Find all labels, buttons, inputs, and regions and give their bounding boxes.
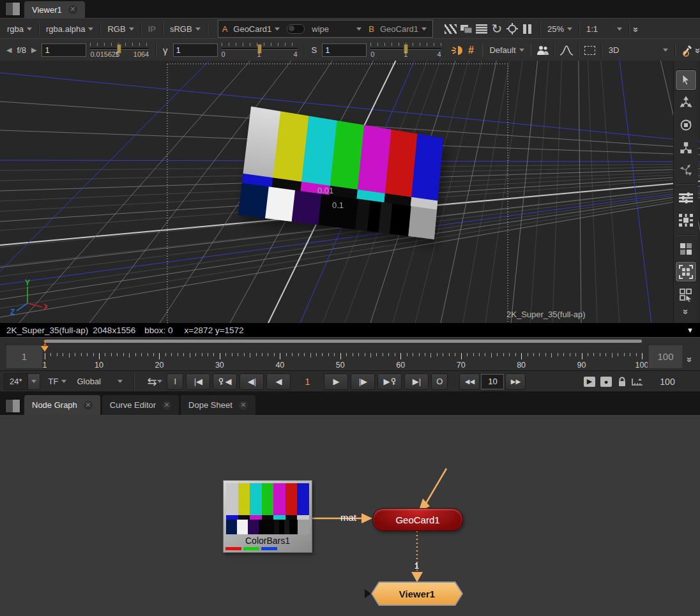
current-frame-field[interactable]: 1 xyxy=(292,377,323,387)
prev-fstop-icon[interactable]: ◀ xyxy=(6,46,11,54)
close-icon[interactable]: ✕ xyxy=(239,401,248,410)
viewer-lut-dropdown[interactable]: sRGB xyxy=(168,24,202,34)
step-forward-button[interactable]: |▶ xyxy=(351,373,375,390)
range-end-field[interactable]: 100 xyxy=(648,343,683,369)
tab-node-graph[interactable]: Node Graph ✕ xyxy=(24,395,100,415)
nodegraph-canvas[interactable]: mat 1 ColorBars1 GeoCard1 Viewer1 xyxy=(0,415,700,616)
alpha-layer-dropdown[interactable]: rgba.alpha xyxy=(44,24,95,34)
frame-step-field[interactable]: 10 xyxy=(481,374,504,389)
view-mode-dropdown[interactable]: 3D xyxy=(607,45,671,55)
layer-dropdown[interactable]: rgba xyxy=(5,24,34,34)
gain-slider[interactable]: 0.01562511064 xyxy=(90,43,149,58)
timeline-scrollbar[interactable] xyxy=(45,340,642,343)
goto-end-button[interactable]: ▶| xyxy=(404,373,429,390)
select-tool-button[interactable] xyxy=(676,70,696,90)
flipbook-render-icon[interactable]: ▶ xyxy=(584,377,595,387)
roi-target-icon[interactable] xyxy=(505,22,520,36)
close-icon[interactable]: ✕ xyxy=(68,5,77,14)
tab-curve-editor[interactable]: Curve Editor ✕ xyxy=(102,395,179,415)
divider xyxy=(540,22,541,35)
record-icon[interactable]: ● xyxy=(600,377,612,387)
jump-forward-button[interactable]: ▶▶ xyxy=(505,373,526,390)
frame-selected-button[interactable] xyxy=(676,211,696,230)
goto-start-button[interactable]: |◀ xyxy=(186,373,210,390)
step-back-button[interactable]: ◀| xyxy=(240,373,264,390)
color-sample-eyedropper-icon[interactable]: ! xyxy=(680,43,693,57)
prev-keyframe-button[interactable]: ◀ xyxy=(213,373,237,390)
input-process-button[interactable]: IP xyxy=(146,24,158,34)
saturation-slider[interactable]: 014 xyxy=(370,43,441,58)
grid-toggle-icon[interactable]: # xyxy=(464,43,477,57)
pause-icon[interactable] xyxy=(520,22,535,36)
display-sliders-button[interactable] xyxy=(676,189,696,207)
divider xyxy=(579,22,580,35)
roi-dashed-box-icon[interactable] xyxy=(584,43,597,57)
out-point-button[interactable]: O xyxy=(431,373,448,390)
range-start-field[interactable]: 1 xyxy=(5,343,43,369)
gain-field[interactable]: 1 xyxy=(42,43,86,57)
viewport-expand-icon[interactable]: » xyxy=(681,309,692,313)
green-channel-strip xyxy=(243,547,259,550)
tab-viewer1[interactable]: Viewer1 ✕ xyxy=(24,1,85,18)
headlamp-light-icon[interactable] xyxy=(452,43,464,57)
ab-compare-group: A GeoCard1 wipe B GeoCard1 xyxy=(218,20,433,38)
tab-label: Curve Editor xyxy=(110,400,156,410)
timeline-ruler[interactable]: 11020304050607080901001 xyxy=(45,344,642,370)
timeline-range-dropdown[interactable]: TF xyxy=(47,377,69,386)
monitor-output-icon[interactable] xyxy=(459,22,474,36)
layout-locked-view-button[interactable] xyxy=(676,262,696,282)
memory-gauge-icon[interactable] xyxy=(630,375,645,389)
viewer-3d-viewport[interactable]: 0.01 0.1 Y X Z 2K_Super_35(full-ap) xyxy=(0,61,700,323)
playhead[interactable]: 1 xyxy=(41,340,49,352)
divider xyxy=(676,183,696,184)
saturation-field[interactable]: 1 xyxy=(322,43,367,57)
playback-loop-icon[interactable]: ⇆ xyxy=(144,375,165,389)
wipe-mode-dropdown[interactable]: wipe xyxy=(310,24,363,34)
layout-single-view-button[interactable] xyxy=(676,240,696,259)
tab-dope-sheet[interactable]: Dope Sheet ✕ xyxy=(181,395,255,415)
a-input-dropdown[interactable]: GeoCard1 xyxy=(231,24,282,34)
translate-tool-button[interactable] xyxy=(676,94,696,112)
occlusion-people-icon[interactable] xyxy=(536,43,549,57)
playback-range-end[interactable]: 100 xyxy=(645,377,690,387)
gamma-field[interactable]: 1 xyxy=(173,43,218,57)
refresh-icon[interactable]: ↻ xyxy=(489,22,505,36)
layout-follow-cursor-button[interactable] xyxy=(676,285,696,304)
jump-back-button[interactable]: ◀◀ xyxy=(459,373,480,390)
close-icon[interactable]: ✕ xyxy=(162,401,171,410)
channel-display-dropdown[interactable]: RGB xyxy=(105,24,135,34)
panel-split-icon[interactable] xyxy=(5,2,20,16)
lut-mode-dropdown[interactable]: Default xyxy=(487,45,526,55)
layers-icon[interactable] xyxy=(474,22,489,36)
play-backward-button[interactable]: ◀ xyxy=(266,373,291,390)
lock-range-icon[interactable] xyxy=(614,375,630,389)
frame-range-dropdown[interactable]: Global xyxy=(75,377,125,386)
fps-dropdown[interactable]: 24* xyxy=(4,373,40,390)
divider xyxy=(628,22,630,35)
checkerboard-icon[interactable] xyxy=(443,22,459,36)
gamma-curve-icon[interactable] xyxy=(559,43,574,57)
gamma-slider[interactable]: 014 xyxy=(222,43,298,58)
divider xyxy=(304,44,305,57)
play-forward-button[interactable]: ▶ xyxy=(324,373,348,390)
scale-tool-button[interactable] xyxy=(676,138,696,156)
close-icon[interactable]: ✕ xyxy=(84,401,93,410)
status-dropdown-icon[interactable]: ▼ xyxy=(687,326,694,334)
b-input-dropdown[interactable]: GeoCard1 xyxy=(378,24,429,34)
next-keyframe-button[interactable]: ▶ xyxy=(377,373,402,390)
node-geocard1[interactable]: GeoCard1 xyxy=(372,508,463,531)
next-fstop-icon[interactable]: ▶ xyxy=(31,46,36,54)
node-colorbars1[interactable]: ColorBars1 xyxy=(223,480,312,553)
rotate-tool-button[interactable] xyxy=(676,116,696,135)
divider xyxy=(578,44,579,57)
toolbar-expand-icon[interactable]: » xyxy=(692,48,700,52)
wipe-toggle[interactable] xyxy=(287,24,305,34)
transform-handles-button[interactable] xyxy=(676,160,696,179)
node-viewer1[interactable]: Viewer1 xyxy=(371,582,463,606)
toolbar-expand-icon[interactable]: » xyxy=(631,27,642,31)
timeline-expand-icon[interactable]: » xyxy=(685,357,696,361)
aspect-dropdown[interactable]: 1:1 xyxy=(584,24,624,34)
in-point-button[interactable]: I xyxy=(167,373,183,390)
panel-split-icon[interactable] xyxy=(5,399,20,413)
zoom-level-dropdown[interactable]: 25% xyxy=(545,24,574,34)
